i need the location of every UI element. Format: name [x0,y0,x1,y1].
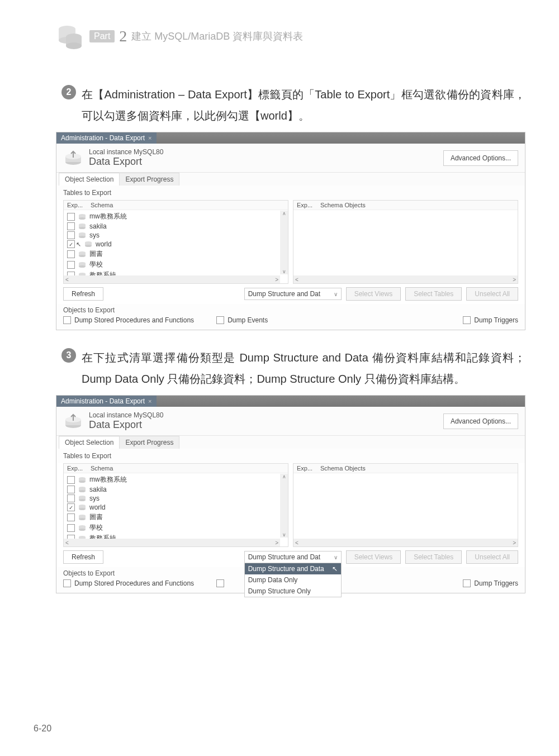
scrollbar-horizontal[interactable]: <> [64,275,280,283]
part-label: Part [89,30,115,42]
schema-checkbox[interactable] [67,261,75,269]
schema-checkbox[interactable] [67,231,75,239]
refresh-button[interactable]: Refresh [63,550,103,564]
dump-events-checkbox[interactable]: D [216,579,233,587]
database-icon [78,251,86,258]
dump-events-checkbox[interactable]: Dump Events [216,316,268,324]
tables-to-export-label: Tables to Export [56,186,525,200]
instance-label: Local instance MySQL80 [89,411,163,419]
tab-title: Administration - Data Export [61,397,145,405]
unselect-all-button[interactable]: Unselect All [466,287,518,301]
select-views-button[interactable]: Select Views [346,550,401,564]
cursor-icon: ↖ [76,241,81,248]
schema-panel: Exp... Schema mw教務系統sakilasys↖world圖書學校教… [63,200,288,284]
dropdown-menu: Dump Structure and Data ↖ Dump Data Only… [244,563,342,597]
objects-to-export-label: Objects to Export [63,306,518,314]
dump-sp-checkbox[interactable]: Dump Stored Procedures and Functions [63,316,194,324]
sub-tabs: Object Selection Export Progress [56,436,525,449]
svg-point-41 [79,499,86,501]
schema-name: 圖書 [89,249,103,259]
schema-row[interactable]: mw教務系統 [66,211,286,222]
schema-name: world [96,240,112,248]
header-row: Local instance MySQL80 Data Export Advan… [56,144,525,173]
part-title: 建立 MySQL/MariaDB 資料庫與資料表 [131,30,303,43]
dropdown-option-data-only[interactable]: Dump Data Only [245,574,341,586]
database-icon [78,514,86,521]
schema-checkbox[interactable] [67,503,75,511]
scrollbar-horizontal[interactable]: <> [293,539,518,546]
schema-panel: Exp... Schema mw教務系統sakilasysworld圖書學校教務… [63,463,288,547]
schema-row[interactable]: world [66,503,286,512]
database-icon [56,22,84,50]
tab-export-progress[interactable]: Export Progress [119,173,179,186]
page-title: Data Export [89,419,163,431]
schema-checkbox[interactable] [67,495,75,502]
col-schema-objects: Schema Objects [320,202,366,208]
tab-data-export[interactable]: Administration - Data Export × [56,396,157,407]
schema-name: 圖書 [89,512,103,522]
schema-name: world [89,503,106,511]
schema-row[interactable]: sakila [66,485,286,494]
schema-row[interactable]: sakila [66,222,286,231]
advanced-options-button[interactable]: Advanced Options... [443,150,518,166]
unselect-all-button[interactable]: Unselect All [466,550,518,564]
part-header: Part 2 建立 MySQL/MariaDB 資料庫與資料表 [56,22,525,50]
database-icon [78,504,86,511]
schema-checkbox[interactable] [67,222,75,230]
tab-data-export[interactable]: Administration - Data Export × [56,132,157,144]
close-icon[interactable]: × [148,135,151,141]
svg-point-23 [79,255,86,257]
schema-row[interactable]: 學校 [66,522,286,533]
schema-checkbox[interactable] [67,486,75,493]
dump-sp-checkbox[interactable]: Dump Stored Procedures and Functions [63,579,194,587]
schema-row[interactable]: ↖world [66,240,286,249]
col-exp: Exp... [67,465,91,472]
schema-checkbox[interactable] [67,240,75,248]
screenshot-1: Administration - Data Export × Local ins… [56,132,525,330]
schema-row[interactable]: 圖書 [66,512,286,522]
select-tables-button[interactable]: Select Tables [405,550,462,564]
tab-object-selection[interactable]: Object Selection [59,173,120,186]
scrollbar-vertical[interactable]: ∧∨ [280,474,288,538]
schema-row[interactable]: sys [66,231,286,240]
schema-name: mw教務系統 [89,475,127,484]
svg-point-26 [79,265,86,268]
dump-type-dropdown[interactable]: Dump Structure and Dat ∨ Dump Structure … [244,551,342,563]
tab-export-progress[interactable]: Export Progress [119,436,179,449]
sub-tabs: Object Selection Export Progress [56,173,525,186]
schema-checkbox[interactable] [67,476,75,484]
schema-row[interactable]: 圖書 [66,249,286,259]
objects-panel: Exp... Schema Objects <> [293,463,518,547]
dropdown-option-structure-only[interactable]: Dump Structure Only [245,586,341,597]
scrollbar-vertical[interactable]: ∧∨ [280,211,288,274]
svg-point-44 [79,508,86,510]
schema-name: sakila [89,486,107,493]
dropdown-option-structure-and-data[interactable]: Dump Structure and Data ↖ [245,563,341,574]
schema-row[interactable]: mw教務系統 [66,474,286,485]
schema-row[interactable]: sys [66,494,286,503]
schema-name: mw教務系統 [89,212,127,221]
dump-triggers-checkbox[interactable]: Dump Triggers [463,316,518,324]
svg-point-11 [79,217,86,220]
step-3-text: 在下拉式清單選擇備份類型是 Dump Structure and Data 備份… [82,347,525,389]
schema-checkbox[interactable] [67,513,75,521]
instance-label: Local instance MySQL80 [89,148,163,156]
close-icon[interactable]: × [148,398,151,405]
advanced-options-button[interactable]: Advanced Options... [443,413,518,429]
svg-point-20 [85,245,92,247]
select-tables-button[interactable]: Select Tables [405,287,462,301]
select-views-button[interactable]: Select Views [346,287,401,301]
tab-bar: Administration - Data Export × [56,396,525,407]
schema-checkbox[interactable] [67,250,75,258]
schema-name: sys [89,231,100,239]
dump-triggers-checkbox[interactable]: Dump Triggers [463,579,518,587]
scrollbar-horizontal[interactable]: <> [293,275,518,283]
refresh-button[interactable]: Refresh [63,287,103,301]
schema-checkbox[interactable] [67,524,75,532]
scrollbar-horizontal[interactable]: <> [64,539,280,546]
schema-checkbox[interactable] [67,213,75,221]
schema-row[interactable]: 學校 [66,259,286,270]
col-exp: Exp... [67,202,91,208]
dump-type-dropdown[interactable]: Dump Structure and Dat ∨ [244,288,342,300]
tab-object-selection[interactable]: Object Selection [59,436,120,449]
